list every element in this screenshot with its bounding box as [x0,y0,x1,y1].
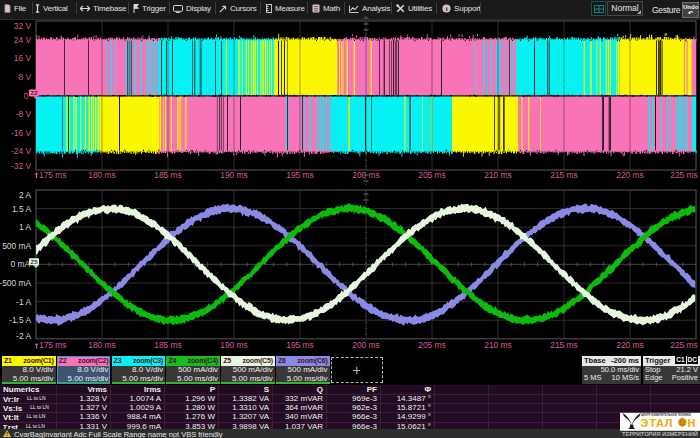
svg-text:Н: Н [688,417,696,429]
svg-text:500 mA: 500 mA [2,241,31,251]
svg-text:195 ms: 195 ms [286,340,313,350]
svg-text:32 V: 32 V [14,21,32,31]
svg-text:190 ms: 190 ms [220,170,247,180]
svg-text:175 ms: 175 ms [39,170,66,180]
svg-text:180 ms: 180 ms [88,340,115,350]
svg-text:-24 V: -24 V [11,146,31,156]
svg-text:225 ms: 225 ms [670,340,697,350]
svg-text:210 ms: 210 ms [484,170,511,180]
svg-text:Z5: Z5 [30,259,38,265]
svg-text:205 ms: 205 ms [418,340,445,350]
svg-text:-500 mA: -500 mA [0,278,31,288]
svg-text:-16 V: -16 V [11,128,31,138]
svg-text:195 ms: 195 ms [286,170,313,180]
svg-text:1 A: 1 A [19,222,32,232]
svg-text:24 V: 24 V [14,35,32,45]
svg-text:185 ms: 185 ms [154,340,181,350]
svg-text:-2 A: -2 A [16,331,31,341]
svg-text:0: 0 [24,91,29,101]
svg-text:0 mA: 0 mA [10,259,30,269]
svg-text:220 ms: 220 ms [616,170,643,180]
svg-text:-1 A: -1 A [16,297,31,307]
svg-text:200 ms: 200 ms [352,170,379,180]
svg-text:205 ms: 205 ms [418,170,445,180]
svg-text:2 A: 2 A [19,190,32,200]
svg-text:200 ms: 200 ms [352,340,379,350]
svg-text:225 ms: 225 ms [670,170,697,180]
svg-text:8 V: 8 V [18,72,31,82]
svg-text:ТЕРРИТОРИЯ ИЗМЕРЕНИЙ: ТЕРРИТОРИЯ ИЗМЕРЕНИЙ [622,430,698,437]
svg-text:-32 V: -32 V [11,161,31,171]
svg-text:Z2: Z2 [30,90,38,96]
svg-text:-1.5 A: -1.5 A [9,315,31,325]
svg-text:175 ms: 175 ms [39,340,66,350]
svg-text:215 ms: 215 ms [550,170,577,180]
svg-text:220 ms: 220 ms [616,340,643,350]
svg-text:215 ms: 215 ms [550,340,577,350]
svg-text:210 ms: 210 ms [484,340,511,350]
svg-text:ЭТАЛ: ЭТАЛ [641,417,674,429]
svg-text:180 ms: 180 ms [88,170,115,180]
svg-text:185 ms: 185 ms [154,170,181,180]
svg-text:-8 V: -8 V [16,109,32,119]
svg-text:190 ms: 190 ms [220,340,247,350]
svg-text:1.5 A: 1.5 A [12,204,32,214]
svg-text:16 V: 16 V [14,53,32,63]
